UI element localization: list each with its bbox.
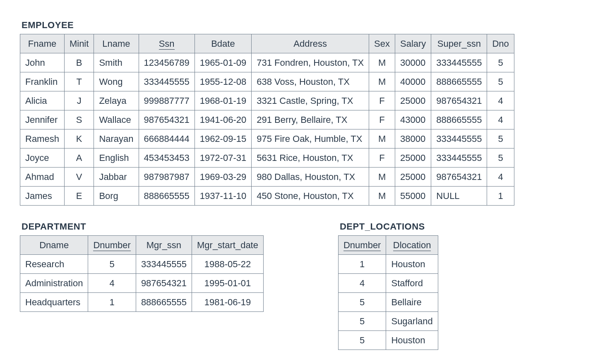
dept-locations-header: Dlocation	[386, 236, 438, 255]
table-cell: 5	[487, 148, 514, 168]
table-cell: 888665555	[139, 187, 195, 206]
department-block: DEPARTMENT DnameDnumberMgr_ssnMgr_start_…	[20, 217, 264, 323]
table-cell: M	[369, 168, 395, 187]
table-cell: 333445555	[136, 255, 192, 274]
table-row: Research53334455551988-05-22	[20, 255, 264, 274]
table-cell: 1955-12-08	[195, 72, 252, 91]
table-cell: 888665555	[431, 72, 487, 91]
table-cell: K	[64, 129, 94, 148]
table-row: AhmadVJabbar9879879871969-03-29980 Dalla…	[20, 168, 514, 187]
table-cell: Administration	[20, 274, 88, 293]
table-cell: 975 Fire Oak, Humble, TX	[252, 129, 369, 148]
table-cell: John	[20, 53, 65, 72]
table-cell: 5	[338, 312, 386, 331]
department-header: Dnumber	[88, 236, 136, 255]
employee-header: Minit	[64, 34, 94, 53]
table-cell: 5	[338, 331, 386, 350]
table-row: 5Houston	[338, 331, 438, 350]
table-cell: 888665555	[136, 293, 192, 312]
table-cell: F	[369, 148, 395, 168]
table-cell: Bellaire	[386, 293, 438, 312]
table-cell: Zelaya	[94, 91, 139, 110]
table-cell: 731 Fondren, Houston, TX	[252, 53, 369, 72]
table-row: JamesEBorg8886655551937-11-10450 Stone, …	[20, 187, 514, 206]
department-title: DEPARTMENT	[22, 221, 264, 232]
employee-header: Salary	[395, 34, 431, 53]
table-cell: 1937-11-10	[195, 187, 252, 206]
table-cell: M	[369, 129, 395, 148]
table-row: JenniferSWallace9876543211941-06-20291 B…	[20, 110, 514, 129]
table-cell: 333445555	[431, 53, 487, 72]
table-cell: 40000	[395, 72, 431, 91]
table-cell: Joyce	[20, 148, 65, 168]
table-cell: 5	[88, 255, 136, 274]
table-cell: 5	[338, 293, 386, 312]
table-cell: S	[64, 110, 94, 129]
department-header: Mgr_ssn	[136, 236, 192, 255]
table-cell: Alicia	[20, 91, 65, 110]
table-cell: 333445555	[139, 72, 195, 91]
table-cell: F	[369, 110, 395, 129]
table-cell: M	[369, 53, 395, 72]
table-cell: 1995-01-01	[192, 274, 264, 293]
table-cell: 333445555	[431, 129, 487, 148]
dept-locations-title: DEPT_LOCATIONS	[340, 221, 438, 232]
table-row: Administration49876543211995-01-01	[20, 274, 264, 293]
table-cell: 1969-03-29	[195, 168, 252, 187]
table-cell: E	[64, 187, 94, 206]
employee-header: Super_ssn	[431, 34, 487, 53]
employee-header: Ssn	[139, 34, 195, 53]
department-table: DnameDnumberMgr_ssnMgr_start_dateResearc…	[20, 235, 264, 312]
employee-header: Lname	[94, 34, 139, 53]
employee-block: EMPLOYEE FnameMinitLnameSsnBdateAddressS…	[20, 16, 514, 217]
employee-table: FnameMinitLnameSsnBdateAddressSexSalaryS…	[20, 34, 514, 206]
table-cell: 25000	[395, 148, 431, 168]
table-cell: Research	[20, 255, 88, 274]
table-cell: 4	[487, 110, 514, 129]
dept-locations-table: DnumberDlocation1Houston4Stafford5Bellai…	[338, 235, 438, 350]
table-cell: 333445555	[431, 148, 487, 168]
table-cell: 5631 Rice, Houston, TX	[252, 148, 369, 168]
table-cell: 1965-01-09	[195, 53, 252, 72]
table-cell: Smith	[94, 53, 139, 72]
table-cell: Franklin	[20, 72, 65, 91]
table-cell: 1	[487, 187, 514, 206]
table-cell: 25000	[395, 168, 431, 187]
table-cell: Stafford	[386, 274, 438, 293]
table-cell: 888665555	[431, 110, 487, 129]
table-cell: 987654321	[136, 274, 192, 293]
table-cell: Sugarland	[386, 312, 438, 331]
table-cell: 666884444	[139, 129, 195, 148]
employee-header: Address	[252, 34, 369, 53]
dept-locations-block: DEPT_LOCATIONS DnumberDlocation1Houston4…	[338, 217, 438, 362]
table-cell: B	[64, 53, 94, 72]
table-cell: 291 Berry, Bellaire, TX	[252, 110, 369, 129]
table-cell: 1988-05-22	[192, 255, 264, 274]
table-cell: English	[94, 148, 139, 168]
table-cell: NULL	[431, 187, 487, 206]
table-row: Headquarters18886655551981-06-19	[20, 293, 264, 312]
table-cell: 987654321	[431, 168, 487, 187]
table-cell: 980 Dallas, Houston, TX	[252, 168, 369, 187]
table-cell: 453453453	[139, 148, 195, 168]
table-cell: Houston	[386, 331, 438, 350]
table-cell: V	[64, 168, 94, 187]
table-cell: Jennifer	[20, 110, 65, 129]
table-cell: 450 Stone, Houston, TX	[252, 187, 369, 206]
table-cell: 1	[338, 255, 386, 274]
table-row: 5Bellaire	[338, 293, 438, 312]
employee-header: Dno	[487, 34, 514, 53]
table-row: AliciaJZelaya9998877771968-01-193321 Cas…	[20, 91, 514, 110]
table-cell: 1	[88, 293, 136, 312]
table-cell: 5	[487, 72, 514, 91]
table-cell: M	[369, 187, 395, 206]
table-cell: 1962-09-15	[195, 129, 252, 148]
table-cell: James	[20, 187, 65, 206]
table-cell: T	[64, 72, 94, 91]
table-cell: Jabbar	[94, 168, 139, 187]
table-cell: F	[369, 91, 395, 110]
table-cell: 987654321	[431, 91, 487, 110]
dept-locations-header: Dnumber	[338, 236, 386, 255]
table-cell: A	[64, 148, 94, 168]
table-cell: 4	[487, 91, 514, 110]
